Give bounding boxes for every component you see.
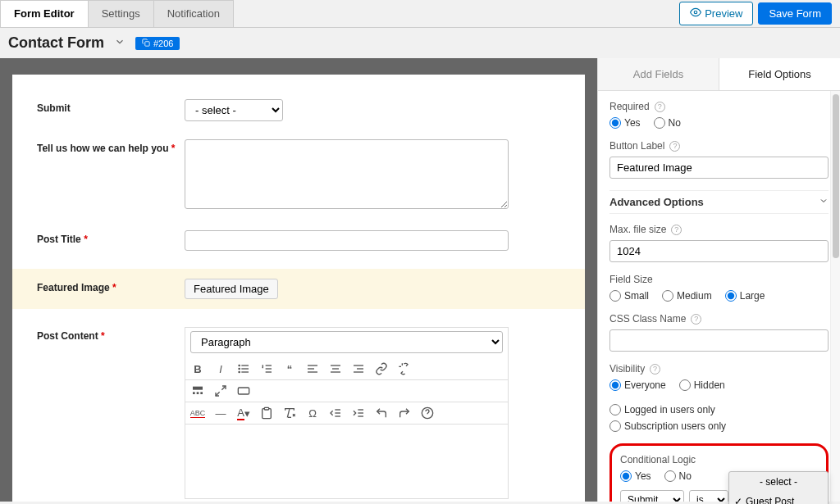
dropdown-option-guest[interactable]: Guest Post: [729, 492, 828, 504]
form-id-badge[interactable]: #206: [135, 37, 180, 50]
help-textarea[interactable]: [185, 139, 509, 209]
field-post-content[interactable]: Post Content * Paragraph B I “: [37, 327, 560, 499]
bullet-list-icon[interactable]: [236, 361, 251, 376]
copy-icon: [142, 39, 150, 48]
form-title: Contact Form: [8, 34, 104, 52]
tab-field-options[interactable]: Field Options: [719, 58, 840, 90]
svg-rect-28: [238, 388, 249, 394]
scrollbar[interactable]: [830, 91, 840, 502]
rte-toolbar-row2: [185, 380, 508, 402]
field-label: Submit: [37, 99, 185, 121]
opt-max-file: Max. file size?: [609, 224, 829, 262]
max-file-input[interactable]: [609, 240, 829, 262]
svg-rect-25: [200, 392, 203, 394]
chevron-down-icon[interactable]: [114, 36, 126, 50]
unlink-icon[interactable]: [397, 361, 412, 376]
bold-icon[interactable]: B: [190, 361, 205, 376]
help-icon[interactable]: ?: [669, 141, 680, 152]
field-label: Tell us how we can help you: [37, 143, 168, 154]
sidebar: Add Fields Field Options Required? Yes N…: [597, 58, 840, 502]
field-label: Post Content: [37, 330, 98, 342]
submit-select[interactable]: - select -: [185, 99, 283, 121]
opt-button-label: Button Label?: [609, 140, 829, 179]
post-title-input[interactable]: [185, 230, 509, 251]
toolbar-toggle-icon[interactable]: [190, 384, 205, 398]
fullscreen-icon[interactable]: [213, 384, 228, 398]
css-class-input[interactable]: [609, 329, 829, 352]
svg-rect-23: [193, 392, 195, 394]
numbered-list-icon[interactable]: [259, 361, 274, 376]
help-icon[interactable]: ?: [691, 314, 701, 325]
svg-point-7: [239, 371, 240, 372]
preview-button[interactable]: Preview: [679, 2, 753, 25]
sidebar-body: Required? Yes No Button Label? Advanced …: [598, 91, 840, 502]
help-icon[interactable]: ?: [671, 225, 682, 235]
cond-field-select[interactable]: Submit: [620, 490, 684, 502]
svg-point-6: [239, 368, 240, 369]
button-label-input[interactable]: [609, 157, 829, 179]
opt-field-size: Field Size Small Medium Large: [609, 274, 829, 302]
radio-size-small[interactable]: Small: [609, 290, 649, 302]
advanced-options-header[interactable]: Advanced Options: [609, 190, 829, 214]
featured-image-button[interactable]: Featured Image: [185, 279, 278, 299]
field-featured-image[interactable]: Featured Image * Featured Image: [12, 269, 585, 309]
radio-required-no[interactable]: No: [654, 117, 681, 129]
tab-form-editor[interactable]: Form Editor: [0, 0, 89, 27]
rte-toolbar-row3: ABC — A ▾ Ω: [185, 402, 508, 425]
svg-rect-1: [145, 41, 149, 45]
radio-vis-logged[interactable]: Logged in users only: [609, 404, 715, 415]
field-post-title[interactable]: Post Title *: [37, 230, 560, 251]
clear-format-icon[interactable]: [282, 406, 297, 420]
field-help[interactable]: Tell us how we can help you *: [37, 139, 560, 212]
align-right-icon[interactable]: [351, 361, 366, 376]
italic-icon[interactable]: I: [213, 361, 228, 376]
sidebar-tabs: Add Fields Field Options: [598, 58, 840, 91]
radio-vis-hidden[interactable]: Hidden: [679, 379, 725, 391]
field-submit[interactable]: Submit - select -: [37, 99, 560, 121]
radio-cond-no[interactable]: No: [664, 470, 692, 482]
radio-cond-yes[interactable]: Yes: [620, 470, 651, 482]
paste-icon[interactable]: [259, 406, 274, 420]
quote-icon[interactable]: “: [282, 361, 297, 376]
strikethrough-icon[interactable]: ABC: [190, 406, 205, 420]
align-left-icon[interactable]: [305, 361, 320, 376]
cond-operator-select[interactable]: is: [689, 490, 728, 502]
save-form-button[interactable]: Save Form: [758, 2, 832, 25]
radio-size-medium[interactable]: Medium: [662, 290, 712, 302]
top-buttons: Preview Save Form: [679, 0, 840, 27]
rich-text-editor: Paragraph B I “: [185, 327, 509, 499]
keyboard-icon[interactable]: [236, 384, 251, 398]
svg-line-26: [221, 386, 226, 390]
rte-toolbar-row1: Paragraph B I “: [185, 328, 508, 380]
hr-icon[interactable]: —: [213, 406, 228, 420]
help-icon[interactable]: ?: [655, 102, 665, 112]
outdent-icon[interactable]: [328, 406, 343, 420]
tab-settings[interactable]: Settings: [88, 0, 154, 27]
main-tabs: Form Editor Settings Notification: [0, 0, 233, 27]
help-icon[interactable]: ?: [650, 364, 660, 375]
link-icon[interactable]: [374, 361, 389, 376]
radio-vis-everyone[interactable]: Everyone: [609, 379, 666, 391]
cond-value-dropdown[interactable]: - select - Guest Post Support Request: [728, 471, 829, 504]
paragraph-select[interactable]: Paragraph: [190, 331, 503, 353]
rte-body[interactable]: [185, 425, 508, 498]
dropdown-placeholder[interactable]: - select -: [729, 472, 828, 492]
undo-icon[interactable]: [374, 406, 389, 420]
text-color-icon[interactable]: A ▾: [236, 406, 251, 420]
redo-icon[interactable]: [397, 406, 412, 420]
radio-size-large[interactable]: Large: [725, 290, 765, 302]
main: Submit - select - Tell us how we can hel…: [0, 58, 840, 502]
radio-vis-subscription[interactable]: Subscription users only: [609, 420, 726, 432]
radio-required-yes[interactable]: Yes: [609, 117, 641, 129]
field-label: Post Title: [37, 234, 81, 245]
scrollbar-thumb[interactable]: [833, 94, 839, 258]
indent-icon[interactable]: [351, 406, 366, 420]
form-canvas: Submit - select - Tell us how we can hel…: [12, 75, 585, 502]
help-icon[interactable]: [420, 406, 435, 420]
special-char-icon[interactable]: Ω: [305, 406, 320, 420]
align-center-icon[interactable]: [328, 361, 343, 376]
field-label: Featured Image: [37, 282, 110, 293]
tab-notification[interactable]: Notification: [153, 0, 234, 27]
opt-visibility: Visibility? Everyone Hidden Logged in us…: [609, 363, 829, 432]
tab-add-fields[interactable]: Add Fields: [598, 58, 719, 90]
